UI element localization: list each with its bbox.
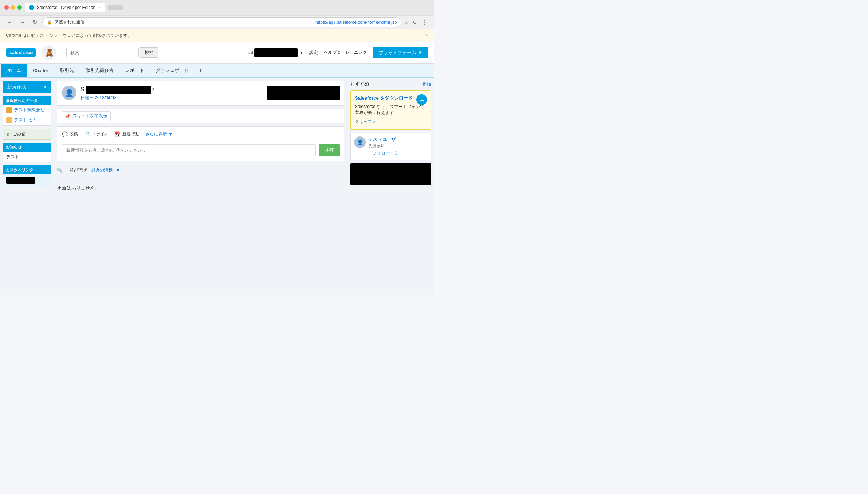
trash-label[interactable]: ごみ箱 bbox=[13, 131, 26, 137]
top-right-redacted bbox=[267, 86, 340, 100]
tab-dashboard[interactable]: ダッシュボード bbox=[150, 64, 194, 77]
tab-action[interactable]: 📅 新規行動 bbox=[115, 131, 139, 137]
nav-tabs: ホーム Chatter 取引先 取引先責任者 レポート ダッシュボード + bbox=[0, 64, 434, 78]
user-rec-name[interactable]: テスト ユーザ bbox=[369, 136, 427, 143]
tab-post[interactable]: 💬 投稿 bbox=[62, 131, 78, 137]
custom-link-redacted bbox=[6, 177, 35, 184]
back-button[interactable]: ← bbox=[4, 18, 14, 26]
tab-more[interactable]: さらに表示 ▼ bbox=[145, 131, 173, 137]
bookmark-icon[interactable]: ☆ bbox=[404, 20, 409, 25]
recent-item-company[interactable]: テスト株式会社 bbox=[14, 107, 44, 113]
main-body: 新規作成... ▼ 最近使ったデータ テスト株式会社 テスト 太郎 🗑 ごみ箱 … bbox=[0, 78, 434, 295]
platform-button[interactable]: プラットフォーム ▼ bbox=[373, 47, 428, 58]
tab-favicon bbox=[29, 5, 34, 10]
recommendation-add-link[interactable]: 追加 bbox=[422, 81, 431, 87]
pin-icon: 📌 bbox=[65, 114, 70, 119]
tab-title: Salesforce - Developer Edition bbox=[37, 5, 95, 10]
tab-chatter[interactable]: Chatter bbox=[27, 64, 54, 77]
close-dot[interactable] bbox=[4, 5, 9, 10]
minimize-dot[interactable] bbox=[11, 5, 15, 10]
more-tab-label: さらに表示 bbox=[145, 131, 167, 137]
help-link[interactable]: ヘルプ＆トレーニング bbox=[324, 49, 367, 56]
share-button[interactable]: 共有 bbox=[319, 144, 340, 156]
notice-section: お知らせ テスト bbox=[3, 143, 51, 162]
main-content: 👤 S r 日曜日 2018/04/08 📌 フィードを非表示 bbox=[54, 78, 347, 295]
more-chevron-icon: ▼ bbox=[168, 132, 173, 137]
follow-button[interactable]: + フォローする bbox=[369, 150, 427, 156]
search-area: 検索 bbox=[66, 47, 158, 58]
hide-feed-label: フィードを非表示 bbox=[73, 113, 107, 119]
address-bar[interactable]: 🔒 保護された通信 https://ap7.salesforce.com/hom… bbox=[42, 17, 401, 27]
browser-tab[interactable]: Salesforce - Developer Edition × bbox=[25, 3, 105, 12]
reload-button[interactable]: ↻ bbox=[30, 18, 39, 26]
post-tab-label: 投稿 bbox=[69, 131, 78, 137]
add-tab-button[interactable]: + bbox=[194, 64, 206, 77]
skip-link[interactable]: スキップ＞ bbox=[355, 119, 377, 124]
chatter-date[interactable]: 日曜日 2018/04/08 bbox=[81, 95, 263, 101]
browser-chrome: Salesforce - Developer Edition × ← → ↻ 🔒… bbox=[0, 0, 434, 29]
recommendation-header: おすすめ 追加 bbox=[350, 81, 431, 87]
user-label: sal bbox=[248, 50, 253, 55]
custom-link-title: カスタムリンク bbox=[3, 165, 51, 174]
list-item: テスト 太郎 bbox=[3, 115, 51, 125]
search-input[interactable] bbox=[66, 48, 139, 57]
user-name-block bbox=[254, 48, 298, 57]
user-rec-info: テスト ユーザ 先月参加 + フォローする bbox=[369, 136, 427, 156]
post-input[interactable] bbox=[62, 144, 316, 156]
filter-search-icon: 🔍 bbox=[57, 168, 63, 173]
browser-dots bbox=[4, 5, 22, 10]
tab-accounts[interactable]: 取引先 bbox=[54, 64, 80, 77]
salesforce-logo[interactable]: salesforce bbox=[6, 48, 36, 57]
platform-chevron-icon: ▼ bbox=[418, 50, 422, 55]
tab-file[interactable]: 📄 ファイル bbox=[84, 131, 109, 137]
rec-card-title[interactable]: Salesforce をダウンロード bbox=[355, 95, 426, 101]
user-rec-avatar-icon: 👤 bbox=[357, 139, 363, 145]
filter-separator: | bbox=[65, 168, 66, 173]
new-tab-button[interactable] bbox=[108, 5, 123, 10]
user-chevron[interactable]: ▼ bbox=[299, 50, 304, 55]
post-icon: 💬 bbox=[62, 131, 68, 137]
contact-icon bbox=[6, 117, 12, 123]
sort-dropdown[interactable]: ▼ bbox=[116, 168, 120, 173]
menu-icon[interactable]: ⋮ bbox=[420, 18, 430, 26]
post-input-area: 共有 bbox=[62, 144, 340, 156]
avatar-icon: 👤 bbox=[65, 88, 74, 97]
new-create-arrow-icon: ▼ bbox=[43, 85, 47, 89]
settings-link[interactable]: 設定 bbox=[309, 49, 318, 56]
no-updates-message: 更新はありません。 bbox=[57, 179, 344, 197]
feed-control: 📌 フィードを非表示 bbox=[57, 109, 344, 124]
chatter-username: S r bbox=[81, 86, 263, 94]
new-create-label: 新規作成... bbox=[7, 84, 30, 90]
post-area: 💬 投稿 📄 ファイル 📅 新規行動 さらに表示 ▼ 共有 bbox=[57, 126, 344, 161]
account-icon bbox=[6, 107, 12, 113]
address-protocol: 保護された通信 bbox=[54, 19, 313, 25]
tab-reports[interactable]: レポート bbox=[120, 64, 150, 77]
trash-section: 🗑 ごみ箱 bbox=[3, 129, 51, 140]
search-button[interactable]: 検索 bbox=[140, 47, 158, 58]
new-create-button[interactable]: 新規作成... ▼ bbox=[3, 81, 51, 93]
username-redacted bbox=[86, 86, 151, 94]
avatar: 👤 bbox=[62, 86, 76, 100]
warning-close-button[interactable]: × bbox=[425, 32, 428, 39]
lock-icon: 🔒 bbox=[47, 20, 52, 25]
recent-data-title: 最近使ったデータ bbox=[3, 96, 51, 105]
user-area: sal ▼ bbox=[248, 48, 304, 57]
tab-home[interactable]: ホーム bbox=[1, 64, 27, 77]
follow-plus-icon: + bbox=[369, 150, 371, 156]
header-right: sal ▼ 設定 ヘルプ＆トレーニング プラットフォーム ▼ bbox=[248, 47, 428, 58]
custom-refresh-icon[interactable]: C bbox=[413, 20, 417, 25]
salesforce-header: salesforce 🧸 検索 sal ▼ 設定 ヘルプ＆トレーニング プラット… bbox=[0, 42, 434, 64]
trash-icon: 🗑 bbox=[6, 132, 10, 137]
platform-button-label: プラットフォーム bbox=[379, 49, 416, 56]
maximize-dot[interactable] bbox=[17, 5, 22, 10]
user-rec-avatar: 👤 bbox=[354, 136, 366, 148]
recent-item-person[interactable]: テスト 太郎 bbox=[14, 117, 37, 123]
tab-close-icon[interactable]: × bbox=[98, 5, 100, 10]
hide-feed-button[interactable]: 📌 フィードを非表示 bbox=[62, 111, 111, 121]
tab-contacts[interactable]: 取引先責任者 bbox=[80, 64, 120, 77]
recent-data-section: テスト株式会社 テスト 太郎 bbox=[3, 105, 51, 126]
bottom-redacted-block bbox=[350, 163, 431, 185]
follow-label: フォローする bbox=[373, 150, 399, 156]
sort-activity-link[interactable]: 最近の活動 bbox=[91, 167, 113, 173]
forward-button[interactable]: → bbox=[17, 18, 27, 26]
